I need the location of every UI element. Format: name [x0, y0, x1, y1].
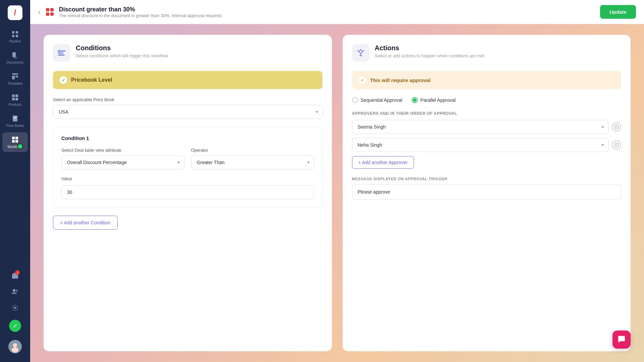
sidebar-item-settings[interactable] [2, 300, 28, 315]
header-title: Discount greater than 30% [59, 6, 595, 13]
attribute-select-wrapper: Overall Discount Percentage Net Total Gr… [61, 155, 184, 169]
sidebar-label-templates: Templates [7, 82, 23, 85]
dot-2 [50, 8, 54, 11]
conditions-title: Conditions [76, 44, 168, 52]
message-label: MESSAGE DISPLAYED ON APPROVAL TRIGGER [352, 177, 622, 181]
products-icon [11, 93, 19, 101]
svg-rect-8 [15, 76, 18, 77]
main-content: ‹ Discount greater than 30% The overall … [30, 0, 644, 362]
svg-rect-0 [12, 31, 14, 33]
attribute-field: Select Deal table view attribute Overall… [61, 148, 184, 169]
sidebar-label-documents: Documents [7, 61, 24, 64]
attribute-select[interactable]: Overall Discount Percentage Net Total Gr… [61, 155, 184, 169]
header-text: Discount greater than 30% The overall di… [59, 6, 595, 18]
sequential-radio-btn[interactable] [352, 97, 358, 103]
sidebar-item-users[interactable]: + [2, 284, 28, 299]
add-approver-button[interactable]: + Add another Approver [352, 156, 414, 169]
remove-approver-1-button[interactable] [612, 122, 621, 132]
approver-2-select-wrapper: Neha Singh Seema Singh John Doe ▾ [352, 138, 609, 152]
approver-2-select[interactable]: Neha Singh Seema Singh John Doe [352, 138, 609, 152]
sidebar-item-documents[interactable]: Documents [2, 48, 28, 68]
svg-rect-2 [12, 35, 14, 37]
actions-subtitle: Select or add actions to happen when con… [375, 53, 484, 58]
operator-label: Operator [191, 148, 314, 153]
operator-field: Operator Greater Than Less Than Equal To… [191, 148, 314, 169]
conditions-icon [53, 44, 70, 62]
sidebar-item-workflows[interactable]: Workflows [2, 132, 28, 152]
svg-rect-18 [12, 140, 15, 143]
sidebar-item-templates[interactable]: Templates [2, 69, 28, 89]
svg-rect-12 [15, 98, 18, 100]
sidebar-item-gifts[interactable]: ! [2, 268, 28, 283]
approval-check-icon: ✓ [359, 76, 366, 84]
condition-1-section: Condition 1 Select Deal table view attri… [53, 127, 323, 208]
check-badge: ✓ [9, 320, 21, 332]
sidebar-item-products[interactable]: Products [2, 90, 28, 110]
conditions-subtitle: Select conditions which will trigger thi… [76, 53, 168, 58]
price-books-icon [11, 115, 19, 123]
svg-point-30 [13, 343, 17, 347]
approval-type-radio-group: Sequential Approval Parallel Approval [352, 97, 622, 103]
svg-rect-6 [12, 73, 18, 75]
sidebar-label-price-books: Price Books [6, 124, 24, 128]
svg-rect-16 [12, 137, 15, 139]
condition-1-title: Condition 1 [61, 135, 314, 141]
svg-rect-7 [12, 76, 15, 79]
svg-rect-17 [15, 137, 18, 139]
sidebar-label-products: Products [8, 103, 21, 106]
value-label: Value [61, 176, 314, 181]
svg-rect-33 [58, 53, 63, 54]
svg-rect-1 [16, 31, 18, 33]
approver-1-select[interactable]: Seema Singh Neha Singh John Doe [352, 120, 609, 134]
app-logo[interactable]: / [8, 5, 22, 20]
sidebar-item-pipeline[interactable]: Pipeline [2, 27, 28, 47]
remove-approver-2-button[interactable] [612, 140, 621, 150]
sequential-approval-label: Sequential Approval [361, 97, 403, 103]
pricebook-banner: ✓ Pricebook Level [53, 71, 323, 89]
users-icon: + [11, 288, 19, 296]
operator-select[interactable]: Greater Than Less Than Equal To [191, 155, 314, 169]
back-button[interactable]: ‹ [38, 8, 41, 16]
approver-row-1: Seema Singh Neha Singh John Doe ▾ [352, 120, 622, 134]
update-button[interactable]: Update [600, 5, 636, 19]
price-book-select[interactable]: USA Europe Asia [53, 105, 323, 119]
chat-fab-button[interactable] [612, 331, 631, 349]
approver-row-2: Neha Singh Seema Singh John Doe ▾ [352, 138, 622, 152]
svg-rect-19 [15, 140, 18, 143]
workflows-icon [11, 136, 19, 144]
svg-rect-10 [15, 94, 18, 97]
attribute-label: Select Deal table view attribute [61, 148, 184, 153]
svg-point-31 [12, 347, 18, 353]
conditions-card: Conditions Select conditions which will … [44, 35, 332, 351]
dot-1 [46, 8, 49, 11]
svg-text:+: + [16, 289, 18, 292]
sequential-approval-option[interactable]: Sequential Approval [352, 97, 403, 103]
price-book-select-wrapper: USA Europe Asia ▾ [53, 105, 323, 119]
parallel-approval-option[interactable]: Parallel Approval [412, 97, 456, 103]
svg-rect-11 [12, 98, 15, 100]
sidebar-item-price-books[interactable]: Price Books [2, 111, 28, 131]
condition-1-row: Select Deal table view attribute Overall… [61, 148, 314, 169]
svg-point-23 [13, 273, 15, 274]
approval-banner: ✓ This will require approval [352, 71, 622, 89]
conditions-header-text: Conditions Select conditions which will … [76, 44, 168, 58]
actions-icon [352, 44, 369, 62]
actions-title: Actions [375, 44, 484, 52]
value-field: Value [61, 176, 314, 199]
dot-4 [50, 12, 54, 16]
value-input[interactable] [61, 185, 314, 199]
approvers-section-label: Approvers and in their order of approval [352, 111, 622, 116]
header: ‹ Discount greater than 30% The overall … [30, 0, 644, 24]
svg-rect-5 [13, 57, 17, 58]
add-condition-button[interactable]: + Add another Condition [53, 216, 118, 230]
sidebar-item-check[interactable]: ✓ [2, 316, 28, 335]
conditions-card-header: Conditions Select conditions which will … [53, 44, 323, 62]
documents-icon [11, 51, 19, 59]
operator-select-wrapper: Greater Than Less Than Equal To ▾ [191, 155, 314, 169]
sidebar-item-avatar[interactable] [2, 337, 28, 357]
message-input[interactable] [352, 184, 622, 200]
workflows-active-indicator [17, 143, 23, 149]
parallel-approval-label: Parallel Approval [420, 97, 456, 103]
pricebook-check-icon: ✓ [60, 76, 67, 84]
parallel-radio-btn[interactable] [412, 97, 418, 103]
